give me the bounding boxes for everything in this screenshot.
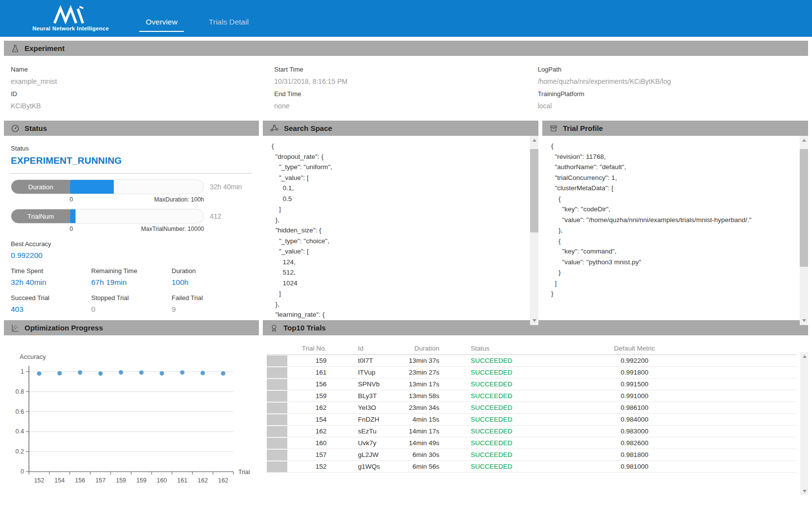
cell-metric: 0.983000	[546, 426, 723, 437]
best-accuracy-value: 0.992200	[11, 251, 252, 260]
experiment-section-bar: Experiment	[4, 41, 808, 56]
tab-overview[interactable]: Overview	[139, 18, 184, 32]
scatter-point[interactable]	[139, 370, 144, 375]
search-space-section-bar: Search Space	[263, 121, 538, 136]
scatter-point[interactable]	[160, 371, 164, 376]
stat-label: Failed Trial	[172, 294, 252, 302]
scrollbar-up-arrow[interactable]	[800, 352, 808, 360]
scatter-point[interactable]	[57, 371, 62, 376]
cell-trial-no: 161	[289, 367, 330, 379]
cell-duration: 14min 17s	[389, 426, 443, 437]
cell-status: SUCCEEDED	[443, 390, 546, 402]
field-value: example_mnist	[11, 77, 274, 85]
x-tick-label: 161	[177, 477, 187, 484]
expand-row-button[interactable]	[267, 414, 287, 425]
expand-row-button[interactable]	[267, 426, 287, 437]
status-section-bar: Status	[4, 121, 259, 136]
cell-trial-no: 152	[289, 461, 330, 473]
scrollbar-thumb[interactable]	[800, 149, 808, 267]
brand-text: Neural Network Intelligence	[32, 25, 109, 31]
expand-row-button[interactable]	[267, 367, 287, 378]
stat-value: 9	[172, 305, 252, 314]
expand-row-button[interactable]	[267, 379, 287, 390]
field-value: KCiBytKB	[11, 102, 274, 110]
top10-scrollbar[interactable]	[800, 352, 808, 495]
trialnum-min: 0	[70, 226, 73, 232]
cell-duration: 13min 37s	[389, 355, 443, 367]
cell-id: g1WQs	[330, 461, 389, 473]
trialnum-progressbar: TrialNum	[11, 209, 204, 224]
stat-label: Stopped Trial	[91, 294, 172, 302]
expand-row-button[interactable]	[267, 391, 287, 402]
scatter-point[interactable]	[180, 370, 184, 375]
expand-row-button[interactable]	[267, 461, 287, 472]
stat-value: 67h 19min	[91, 278, 172, 287]
scrollbar-thumb[interactable]	[530, 149, 538, 232]
col-id: Id	[330, 343, 389, 354]
stat-item: Succeed Trial 403	[11, 294, 91, 314]
field-label: LogPath	[538, 66, 801, 73]
top10-trials-panel: Top10 Trials Trial No. Id Duration Statu…	[263, 320, 808, 505]
scrollbar-up-arrow[interactable]	[800, 136, 808, 144]
cell-duration: 23min 27s	[389, 367, 443, 379]
cell-trial-no: 157	[289, 449, 330, 461]
trial-row: 156 SPNVb 13min 17s SUCCEEDED 0.991500	[267, 379, 796, 390]
flask-icon	[11, 44, 20, 53]
cell-trial-no: 162	[289, 402, 330, 414]
x-axis-title: Trial	[238, 469, 250, 476]
stat-label: Succeed Trial	[11, 294, 91, 302]
scatter-point[interactable]	[78, 370, 82, 375]
expand-row-button[interactable]	[267, 438, 287, 449]
search-space-scrollbar[interactable]	[530, 136, 538, 325]
duration-progress-group: Duration 32h 40min 0 MaxDuration: 100h	[11, 179, 252, 203]
duration-progressbar-fill	[70, 180, 114, 194]
top-navbar: Neural Network Intelligence Overview Tri…	[0, 0, 812, 37]
trial-profile-title: Trial Profile	[563, 124, 603, 132]
scrollbar-down-arrow[interactable]	[800, 487, 808, 495]
cell-status: SUCCEEDED	[443, 437, 546, 449]
tab-trials-detail[interactable]: Trials Detail	[203, 18, 255, 32]
x-tick-label: 157	[96, 477, 106, 484]
trialnum-value: 412	[210, 212, 252, 220]
cell-duration: 13min 17s	[389, 379, 443, 390]
cell-trial-no: 154	[289, 414, 330, 426]
cell-id: SPNVb	[330, 379, 389, 390]
search-space-title: Search Space	[284, 124, 332, 132]
scatter-point[interactable]	[221, 371, 226, 376]
cell-metric: 0.991500	[546, 379, 723, 390]
stat-label: Remaining Time	[91, 267, 172, 275]
cell-id: t0I7T	[330, 355, 389, 367]
scatter-point[interactable]	[201, 371, 205, 375]
cell-id: FnDZH	[330, 414, 389, 426]
cell-status: SUCCEEDED	[443, 355, 546, 367]
trial-row: 160 Uvk7y 14min 49s SUCCEEDED 0.982600	[267, 437, 796, 449]
scatter-point[interactable]	[98, 371, 102, 376]
trial-row: 157 gL2JW 6min 30s SUCCEEDED 0.981800	[267, 449, 796, 461]
expand-row-button[interactable]	[267, 450, 287, 460]
duration-value: 32h 40min	[210, 183, 252, 191]
y-tick-label: 0.4	[16, 428, 24, 435]
nav-tabs: Overview Trials Detail	[139, 0, 255, 37]
field-value: 10/31/2018, 8:16:15 PM	[274, 77, 537, 85]
expand-row-button[interactable]	[267, 403, 287, 413]
duration-progressbar: Duration	[11, 179, 204, 194]
col-trial-no: Trial No.	[289, 343, 330, 354]
top10-table-body: 159 t0I7T 13min 37s SUCCEEDED 0.992200	[267, 355, 796, 473]
trialnum-max: MaxTrialNumber: 10000	[141, 226, 204, 232]
col-duration: Duration	[389, 343, 443, 354]
scrollbar-up-arrow[interactable]	[530, 136, 538, 144]
field-label: Name	[11, 66, 274, 73]
scrollbar-down-arrow[interactable]	[800, 317, 808, 325]
scatter-point[interactable]	[119, 370, 123, 375]
stat-item: Stopped Trial 0	[91, 294, 172, 314]
duration-progressbar-track	[70, 180, 203, 194]
stat-label: Duration	[172, 267, 252, 275]
scatter-point[interactable]	[37, 371, 41, 376]
cell-status: SUCCEEDED	[443, 367, 546, 379]
expand-row-button[interactable]	[267, 355, 287, 366]
scrollbar-down-arrow[interactable]	[530, 317, 538, 325]
col-default-metric: Default Metric	[546, 343, 723, 354]
col-status: Status	[443, 343, 546, 354]
top10-table-header: Trial No. Id Duration Status Default Met…	[267, 342, 796, 355]
trial-profile-scrollbar[interactable]	[800, 136, 808, 325]
